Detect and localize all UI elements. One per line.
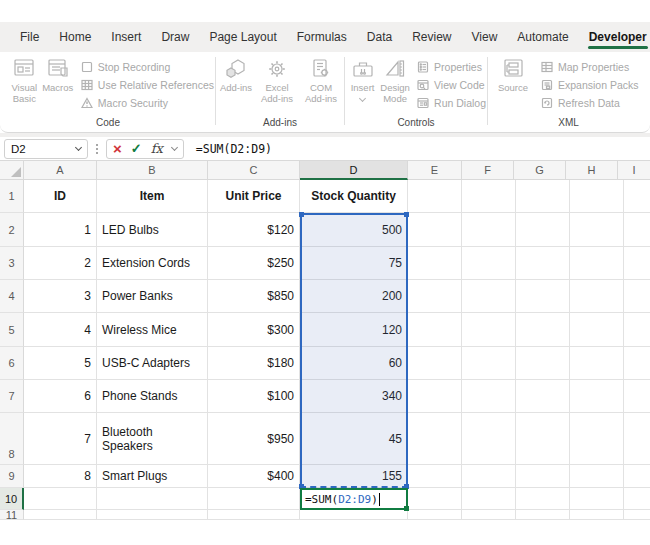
tab-developer[interactable]: Developer (579, 25, 650, 49)
properties-button[interactable]: Properties (417, 58, 486, 76)
row-header-10[interactable]: 10 (0, 488, 24, 510)
tab-automate[interactable]: Automate (507, 25, 578, 49)
cell-a6[interactable]: 5 (24, 347, 97, 380)
macros-button[interactable]: Macros (41, 54, 75, 95)
row-header-2[interactable]: 2 (0, 213, 24, 247)
enter-button[interactable]: ✓ (131, 142, 142, 155)
empty-cells[interactable] (408, 510, 650, 520)
row-header-3[interactable]: 3 (0, 247, 24, 280)
tab-view[interactable]: View (462, 25, 508, 49)
row-header-5[interactable]: 5 (0, 313, 24, 347)
cell-b3[interactable]: Extension Cords (97, 247, 208, 280)
tab-review[interactable]: Review (402, 25, 461, 49)
column-header-g[interactable]: G (514, 161, 566, 180)
cell-a4[interactable]: 3 (24, 280, 97, 313)
tab-home[interactable]: Home (49, 25, 101, 49)
tab-draw[interactable]: Draw (151, 25, 199, 49)
run-dialog-button[interactable]: Run Dialog (417, 94, 486, 112)
empty-cells[interactable] (408, 247, 650, 280)
visual-basic-button[interactable]: Visual Basic (8, 54, 41, 106)
cell-b1[interactable]: Item (97, 180, 208, 213)
tab-page-layout[interactable]: Page Layout (199, 25, 286, 49)
cell-d7[interactable]: 340 (300, 380, 408, 413)
empty-cells[interactable] (408, 313, 650, 347)
tab-file[interactable]: File (10, 25, 49, 49)
column-header-c[interactable]: C (208, 161, 300, 180)
use-relative-references-button[interactable]: Use Relative References (81, 76, 214, 94)
row-header-1[interactable]: 1 (0, 180, 24, 213)
empty-cells[interactable] (408, 280, 650, 313)
insert-function-button[interactable]: fx (151, 141, 163, 156)
fill-handle-icon[interactable] (404, 506, 409, 511)
empty-cells[interactable] (408, 180, 650, 213)
cell-d1[interactable]: Stock Quantity (300, 180, 408, 213)
cell-c8[interactable]: $950 (208, 413, 300, 465)
row-header-11[interactable]: 11 (0, 510, 24, 520)
cell-c6[interactable]: $180 (208, 347, 300, 380)
cell-a8[interactable]: 7 (24, 413, 97, 465)
cell-a10[interactable] (24, 488, 97, 510)
expansion-packs-button[interactable]: Expansion Packs (541, 76, 639, 94)
design-mode-button[interactable]: Design Mode (377, 54, 413, 106)
cell-d4[interactable]: 200 (300, 280, 408, 313)
cell-d8[interactable]: 45 (300, 413, 408, 465)
view-code-button[interactable]: View Code (417, 76, 486, 94)
name-box[interactable]: D2 (4, 139, 88, 159)
cell-b7[interactable]: Phone Stands (97, 380, 208, 413)
cell-c4[interactable]: $850 (208, 280, 300, 313)
cell-b10[interactable] (97, 488, 208, 510)
row-header-7[interactable]: 7 (0, 380, 24, 413)
cell-b11[interactable] (97, 510, 208, 520)
formula-bar-input[interactable]: =SUM(D2:D9) (196, 142, 272, 156)
cell-c7[interactable]: $100 (208, 380, 300, 413)
cell-d2[interactable]: 500 (300, 213, 408, 247)
insert-control-button[interactable]: Insert (348, 54, 377, 103)
row-header-4[interactable]: 4 (0, 280, 24, 313)
cell-c9[interactable]: $400 (208, 465, 300, 488)
refresh-data-button[interactable]: Refresh Data (541, 94, 639, 112)
cell-a2[interactable]: 1 (24, 213, 97, 247)
cell-c11[interactable] (208, 510, 300, 520)
map-properties-button[interactable]: Map Properties (541, 58, 639, 76)
cell-b8[interactable]: Bluetooth Speakers (97, 413, 208, 465)
cell-c1[interactable]: Unit Price (208, 180, 300, 213)
cell-b2[interactable]: LED Bulbs (97, 213, 208, 247)
select-all-button[interactable] (0, 161, 24, 180)
empty-cells[interactable] (408, 488, 650, 510)
row-header-6[interactable]: 6 (0, 347, 24, 380)
macro-security-button[interactable]: Macro Security (81, 94, 214, 112)
cell-d11[interactable] (300, 510, 408, 520)
column-header-b[interactable]: B (97, 161, 208, 180)
add-ins-button[interactable]: Add-ins (218, 54, 254, 95)
cell-a3[interactable]: 2 (24, 247, 97, 280)
empty-cells[interactable] (408, 213, 650, 247)
cell-b9[interactable]: Smart Plugs (97, 465, 208, 488)
cell-c5[interactable]: $300 (208, 313, 300, 347)
excel-add-ins-button[interactable]: Excel Add-ins (256, 54, 298, 106)
cell-c10[interactable] (208, 488, 300, 510)
row-header-9[interactable]: 9 (0, 465, 24, 488)
active-cell-d10-editor[interactable]: =SUM(D2:D9) (300, 488, 408, 510)
cell-a5[interactable]: 4 (24, 313, 97, 347)
tab-data[interactable]: Data (357, 25, 402, 49)
cell-d5[interactable]: 120 (300, 313, 408, 347)
column-header-d[interactable]: D (300, 161, 408, 180)
empty-cells[interactable] (408, 347, 650, 380)
cell-c2[interactable]: $120 (208, 213, 300, 247)
empty-cells[interactable] (408, 465, 650, 488)
row-header-8[interactable]: 8 (0, 413, 24, 465)
column-header-a[interactable]: A (24, 161, 97, 180)
cell-c3[interactable]: $250 (208, 247, 300, 280)
cell-a11[interactable] (24, 510, 97, 520)
empty-cells[interactable] (408, 380, 650, 413)
empty-cells[interactable] (408, 413, 650, 465)
column-header-h[interactable]: H (566, 161, 618, 180)
cancel-button[interactable]: × (113, 141, 122, 156)
stop-recording-button[interactable]: Stop Recording (81, 58, 214, 76)
cell-a1[interactable]: ID (24, 180, 97, 213)
cell-b4[interactable]: Power Banks (97, 280, 208, 313)
cell-d9[interactable]: 155 (300, 465, 408, 488)
cell-a9[interactable]: 8 (24, 465, 97, 488)
tab-insert[interactable]: Insert (101, 25, 151, 49)
cell-a7[interactable]: 6 (24, 380, 97, 413)
